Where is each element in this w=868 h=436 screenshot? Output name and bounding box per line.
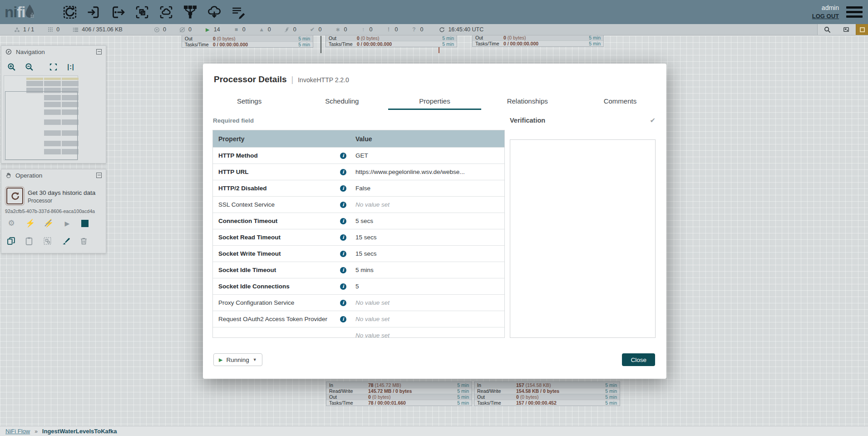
- info-icon[interactable]: i: [340, 185, 346, 192]
- operation-panel: Operation Get 30 days historic data Proc…: [1, 169, 106, 253]
- minimap-node: [62, 81, 79, 86]
- change-color-button[interactable]: [61, 237, 70, 245]
- stale-status: ↑0: [360, 26, 373, 33]
- property-row: HTTP MethodiGET: [213, 147, 504, 164]
- processor-stats[interactable]: Out0 (0 bytes)5 minTasks/Time0 / 00:00:0…: [326, 35, 457, 47]
- input-port-tool-icon[interactable]: [86, 4, 102, 20]
- processor-type-version: InvokeHTTP 2.2.0: [298, 76, 349, 84]
- running-status-icon: ▶: [219, 357, 222, 363]
- search-button[interactable]: [818, 24, 837, 35]
- global-menu-icon[interactable]: [846, 6, 863, 18]
- tab-settings[interactable]: Settings: [203, 92, 296, 110]
- stat-value: 0 / 00:00:00.000: [503, 41, 585, 46]
- close-button-label: Close: [631, 357, 646, 363]
- zoom-out-button[interactable]: [24, 62, 35, 72]
- processor-stats[interactable]: In157 (154.58 KB)5 minRead/Write154.58 K…: [474, 382, 620, 406]
- logout-link[interactable]: LOG OUT: [812, 12, 839, 20]
- configure-button[interactable]: ⚙: [7, 219, 16, 227]
- minimap-node: [26, 81, 43, 86]
- info-icon[interactable]: i: [340, 234, 346, 241]
- stat-time-window: 5 min: [605, 394, 617, 400]
- property-row: Socket Idle Connectionsi5: [213, 278, 504, 294]
- property-value: False: [349, 185, 504, 192]
- output-port-tool-icon[interactable]: [110, 4, 126, 20]
- info-icon[interactable]: i: [340, 283, 346, 290]
- paste-button[interactable]: [25, 237, 34, 245]
- verify-check-icon[interactable]: ✔: [650, 116, 656, 124]
- transmitting-status: 0: [153, 26, 166, 33]
- delete-button[interactable]: [79, 237, 88, 245]
- stat-value: 0 (0 bytes): [213, 36, 295, 41]
- queue-icon: [72, 27, 79, 33]
- copy-button[interactable]: [7, 237, 15, 245]
- stat-value: 157 (154.58 KB): [516, 382, 602, 388]
- info-icon[interactable]: i: [340, 153, 346, 159]
- info-icon[interactable]: i: [340, 300, 346, 306]
- processor-stats[interactable]: Out0 (0 bytes)5 minTasks/Time0 / 00:00:0…: [182, 35, 313, 48]
- zoom-fit-button[interactable]: [48, 62, 59, 72]
- zoom-actual-button[interactable]: |:|: [65, 62, 76, 72]
- stat-value: 78 / 00:00:01.660: [368, 400, 454, 406]
- process-group-tool-icon[interactable]: [134, 4, 150, 20]
- processor-tool-icon[interactable]: [62, 4, 78, 20]
- funnel-tool-icon[interactable]: [182, 4, 198, 20]
- remote-process-group-tool-icon[interactable]: [158, 4, 174, 20]
- connection-line: [321, 36, 321, 53]
- collapse-operation-button[interactable]: [96, 173, 102, 178]
- selected-component-id: 92a2cfb5-407b-337d-8606-eaca100acd4a: [5, 208, 95, 214]
- stat-row: Out0 (0 bytes)5 min: [182, 35, 313, 41]
- bulletin-panel-toggle[interactable]: [856, 24, 868, 35]
- locally-modified-status: ∗0: [335, 26, 347, 33]
- tab-properties[interactable]: Properties: [388, 92, 481, 110]
- tab-label: Properties: [419, 97, 450, 105]
- enable-button[interactable]: ⚡: [25, 219, 35, 227]
- stat-label: Tasks/Time: [475, 41, 503, 46]
- breadcrumb-root-link[interactable]: NiFi Flow: [5, 428, 30, 435]
- stat-time-window: 5 min: [457, 394, 469, 400]
- tab-scheduling[interactable]: Scheduling: [296, 92, 388, 110]
- label-tool-icon[interactable]: [230, 4, 247, 20]
- disable-button[interactable]: ⚡: [44, 219, 53, 227]
- required-field-label: Required field: [213, 117, 254, 124]
- stat-time-window: 5 min: [298, 42, 310, 47]
- tab-relationships[interactable]: Relationships: [481, 92, 574, 110]
- zoom-in-button[interactable]: [6, 62, 17, 72]
- cloud-import-tool-icon[interactable]: [206, 4, 222, 20]
- birdseye-button[interactable]: [837, 24, 856, 35]
- processor-stats[interactable]: In78 (145.72 MB)5 minRead/Write145.72 MB…: [326, 382, 472, 406]
- stat-value: 78 (145.72 MB): [368, 382, 454, 388]
- start-button[interactable]: ▶: [63, 220, 72, 227]
- group-button[interactable]: [43, 237, 52, 245]
- collapse-navigation-button[interactable]: [96, 49, 102, 54]
- run-status-dropdown[interactable]: ▶ Running ▼: [213, 353, 262, 366]
- info-icon[interactable]: i: [340, 202, 346, 208]
- nifi-logo: nifi: [5, 1, 55, 23]
- tab-comments[interactable]: Comments: [574, 92, 666, 110]
- info-icon[interactable]: i: [340, 267, 346, 273]
- not-transmitting-icon: [179, 27, 186, 33]
- close-button[interactable]: Close: [622, 353, 655, 366]
- refresh-status[interactable]: 16:45:40 UTC: [439, 26, 483, 33]
- info-icon[interactable]: i: [340, 169, 346, 175]
- info-icon[interactable]: i: [340, 316, 346, 322]
- panel-toggle-icon: [860, 27, 865, 32]
- info-icon[interactable]: i: [340, 251, 346, 257]
- stat-row: In157 (154.58 KB)5 min: [474, 382, 620, 388]
- stat-row: Tasks/Time157 / 00:00:00.4525 min: [474, 400, 620, 406]
- minimap-viewport[interactable]: [5, 91, 78, 160]
- property-name: Request OAuth2 Access Token Provideri: [213, 316, 349, 322]
- processor-stats[interactable]: Out0 (0 bytes)5 minTasks/Time0 / 00:00:0…: [472, 34, 604, 47]
- verification-label: Verification: [510, 117, 545, 124]
- stat-label: Out: [329, 35, 357, 41]
- status-count: 0: [268, 26, 271, 33]
- minimap-node: [62, 78, 79, 80]
- stat-time-window: 5 min: [442, 41, 454, 47]
- stop-button[interactable]: [81, 220, 89, 227]
- stat-time-window: 5 min: [457, 382, 469, 388]
- status-count: 1 / 1: [23, 26, 34, 33]
- property-row: Socket Write Timeouti15 secs: [213, 245, 504, 262]
- status-count: 0: [344, 26, 347, 33]
- breadcrumb-current: IngestWaterLevelsToKafka: [42, 428, 117, 435]
- info-icon[interactable]: i: [340, 218, 346, 224]
- stat-value: 0 / 00:00:00.000: [213, 42, 295, 47]
